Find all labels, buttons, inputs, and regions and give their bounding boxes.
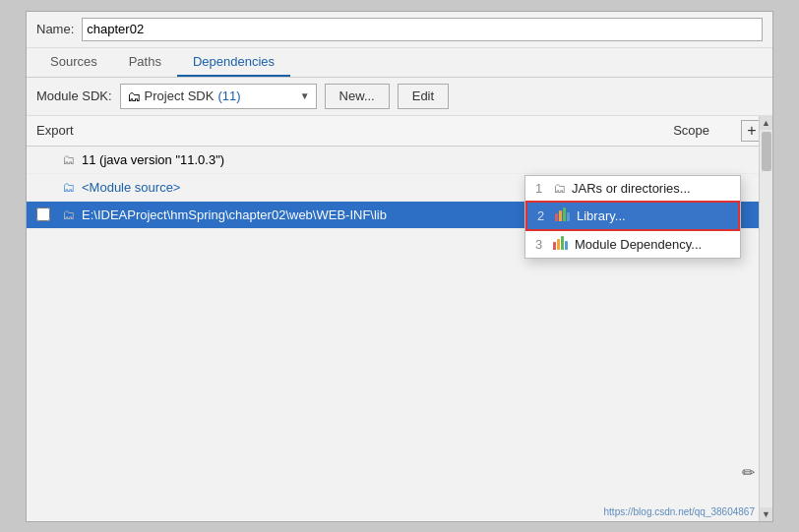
module-dependency-icon: [553, 236, 569, 253]
content-area: Export Scope + 🗂 11 (java version "11.0.…: [27, 116, 772, 521]
module-bars-icon: [553, 236, 569, 250]
module-source-link: <Module source>: [82, 180, 180, 195]
tab-paths[interactable]: Paths: [113, 48, 177, 77]
item-number: 2: [537, 208, 549, 223]
dropdown-item-module-dependency[interactable]: 3 Module Dependency...: [525, 231, 740, 258]
folder-icon: 🗂: [58, 179, 78, 195]
module-sdk-label: Module SDK:: [36, 89, 112, 103]
sdk-version: (11): [217, 89, 240, 103]
row-checkbox[interactable]: [36, 207, 58, 221]
row-text: 11 (java version "11.0.3"): [82, 152, 674, 167]
add-dependency-dropdown: 1 🗂 JARs or directories... 2 Library...: [524, 175, 741, 259]
tab-dependencies[interactable]: Dependencies: [177, 48, 290, 77]
scroll-thumb[interactable]: [762, 132, 771, 171]
library-bars-icon: [555, 207, 571, 221]
scope-col-header: Scope: [673, 123, 709, 138]
sdk-name: Project SDK: [145, 89, 215, 103]
tabs-row: Sources Paths Dependencies: [27, 48, 772, 78]
folder-icon: 🗂: [58, 207, 78, 222]
dropdown-item-library[interactable]: 2 Library...: [525, 201, 740, 231]
table-header: Export Scope +: [27, 116, 772, 147]
item-number: 3: [535, 237, 547, 252]
edit-button[interactable]: Edit: [398, 84, 449, 109]
plus-icon: +: [747, 122, 756, 140]
dropdown-item-label: Module Dependency...: [575, 237, 702, 252]
jars-icon: 🗂: [553, 181, 566, 196]
title-bar: Name:: [27, 12, 772, 48]
sdk-select[interactable]: 🗂 Project SDK (11) ▼: [120, 84, 317, 109]
module-settings-dialog: Name: Sources Paths Dependencies Module …: [26, 11, 773, 522]
sdk-folder-icon: 🗂: [127, 89, 141, 104]
table-row[interactable]: 🗂 11 (java version "11.0.3"): [27, 147, 772, 174]
export-checkbox[interactable]: [36, 207, 50, 221]
name-label: Name:: [36, 22, 74, 36]
watermark: https://blog.csdn.net/qq_38604867: [604, 506, 755, 517]
scroll-down-arrow[interactable]: ▼: [760, 507, 772, 521]
dropdown-item-label: Library...: [577, 208, 626, 223]
scrollbar[interactable]: ▲ ▼: [759, 116, 772, 521]
tab-sources[interactable]: Sources: [34, 48, 113, 77]
folder-icon: 🗂: [58, 151, 78, 167]
toolbar-row: Module SDK: 🗂 Project SDK (11) ▼ New... …: [27, 78, 772, 116]
dropdown-item-jars[interactable]: 1 🗂 JARs or directories...: [525, 176, 740, 201]
scroll-up-arrow[interactable]: ▲: [760, 116, 772, 130]
dropdown-item-label: JARs or directories...: [572, 181, 691, 196]
chevron-down-icon: ▼: [300, 90, 310, 101]
name-input[interactable]: [82, 18, 763, 41]
item-number: 1: [535, 181, 547, 196]
new-button[interactable]: New...: [325, 84, 390, 109]
library-icon: [555, 207, 571, 224]
export-col-header: Export: [36, 123, 95, 138]
edit-icon[interactable]: ✏: [742, 463, 755, 482]
